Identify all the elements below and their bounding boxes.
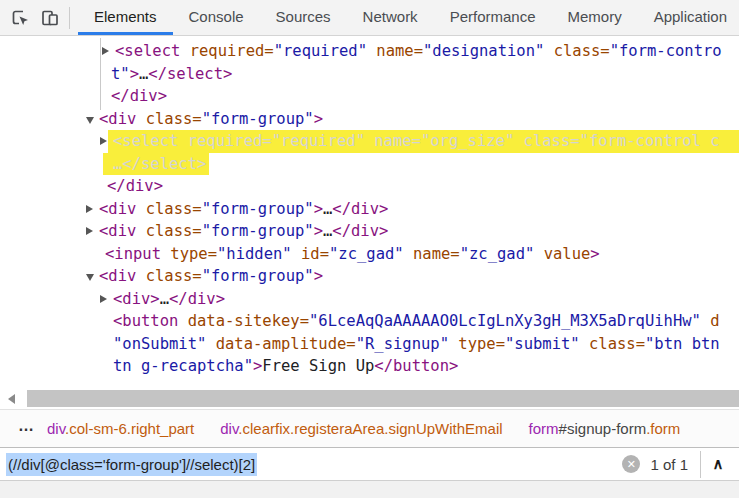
tree-row[interactable]: <div class="form-group">…</div> xyxy=(0,198,739,221)
search-highlight: …</select> xyxy=(103,153,209,175)
breadcrumb-overflow-button[interactable]: … xyxy=(0,417,47,441)
tree-row[interactable]: t">…</select> xyxy=(0,63,739,86)
tree-row[interactable]: <input type="hidden" id="zc_gad" name="z… xyxy=(0,243,739,266)
tree-row[interactable]: <div class="form-group">…</div> xyxy=(0,220,739,243)
tree-row[interactable]: <div class="form-group"> xyxy=(0,265,739,288)
scrollbar-thumb[interactable] xyxy=(27,390,739,407)
tree-row[interactable]: tn g-recaptcha">Free Sign Up</button> xyxy=(0,355,739,378)
tree-row[interactable]: "onSubmit" data-amplitude="R_signup" typ… xyxy=(0,333,739,356)
inspect-icon[interactable] xyxy=(9,7,31,29)
tree-row[interactable]: </div> xyxy=(0,85,739,108)
findbar-separator xyxy=(700,451,701,478)
breadcrumb-item[interactable]: div.col-sm-6.right_part xyxy=(47,420,194,437)
match-count: 1 of 1 xyxy=(650,456,688,473)
previous-match-icon[interactable]: ∧ xyxy=(703,455,733,473)
breadcrumb: … div.col-sm-6.right_partdiv.clearfix.re… xyxy=(0,409,739,447)
search-input[interactable]: (//div[@class='form-group']//select)[2] xyxy=(6,456,257,473)
tree-row[interactable]: <select required="required" name="design… xyxy=(0,40,739,63)
expand-arrow-icon[interactable] xyxy=(100,295,107,303)
toggle-device-toolbar-icon[interactable] xyxy=(39,7,61,29)
tab-performance[interactable]: Performance xyxy=(434,0,552,35)
tree-row[interactable]: <div>…</div> xyxy=(0,288,739,311)
tree-row[interactable]: <div class="form-group"> xyxy=(0,108,739,131)
tree-row[interactable]: </div> xyxy=(0,175,739,198)
tree-row[interactable]: <select required="required" name="org_si… xyxy=(0,130,739,153)
tab-application[interactable]: Application xyxy=(638,0,739,35)
tab-sources[interactable]: Sources xyxy=(260,0,347,35)
search-query-text: (//div[@class='form-group']//select)[2] xyxy=(6,453,257,476)
expand-arrow-icon[interactable] xyxy=(86,205,93,213)
scroll-left-arrow-icon[interactable] xyxy=(0,389,22,409)
toolbar-separator xyxy=(69,7,70,29)
expand-arrow-icon[interactable] xyxy=(100,137,107,145)
expand-arrow-icon[interactable] xyxy=(102,47,109,55)
breadcrumb-item[interactable]: div.clearfix.registeraArea.signUpWithEma… xyxy=(220,420,502,437)
tab-network[interactable]: Network xyxy=(347,0,434,35)
tree-row[interactable]: …</select> xyxy=(0,153,739,176)
breadcrumb-item[interactable]: form#signup-form.form xyxy=(529,420,681,437)
collapse-arrow-icon[interactable] xyxy=(86,117,94,124)
tab-console[interactable]: Console xyxy=(173,0,260,35)
tab-memory[interactable]: Memory xyxy=(552,0,638,35)
expand-arrow-icon[interactable] xyxy=(86,227,93,235)
devtools-window: ElementsConsoleSourcesNetworkPerformance… xyxy=(0,0,739,498)
find-bar: (//div[@class='form-group']//select)[2] … xyxy=(0,447,739,480)
tree-row[interactable]: <button data-sitekey="6LceAqQaAAAAAO0LcI… xyxy=(0,310,739,333)
tab-elements[interactable]: Elements xyxy=(78,0,173,35)
horizontal-scrollbar xyxy=(0,389,739,409)
collapse-arrow-icon[interactable] xyxy=(86,274,94,281)
tabs: ElementsConsoleSourcesNetworkPerformance… xyxy=(78,0,739,35)
clear-search-icon[interactable]: ✕ xyxy=(622,455,640,473)
devtools-toolbar: ElementsConsoleSourcesNetworkPerformance… xyxy=(0,0,739,36)
toolbar-icons xyxy=(0,0,78,35)
drawer-strip xyxy=(0,480,739,498)
dom-tree: <select required="required" name="design… xyxy=(0,36,739,389)
